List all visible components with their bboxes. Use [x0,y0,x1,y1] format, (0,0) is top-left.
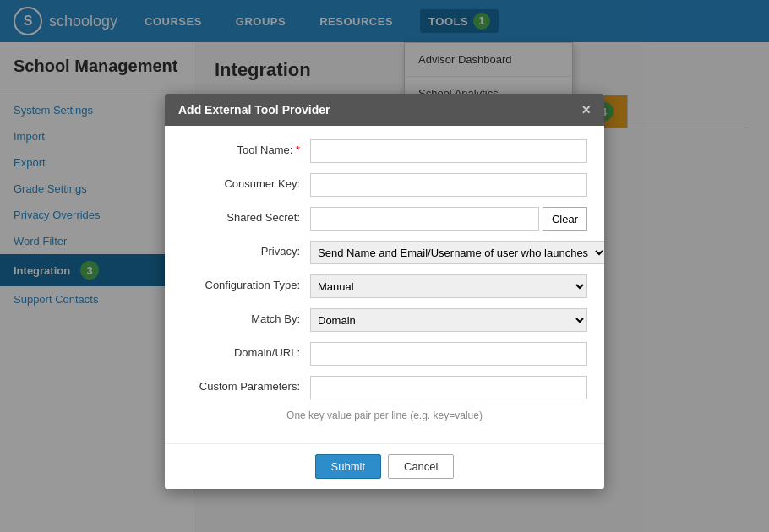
modal-title: Add External Tool Provider [178,103,330,117]
form-row-shared-secret: Shared Secret: Clear [182,207,587,231]
cancel-button[interactable]: Cancel [388,454,454,479]
domain-url-input[interactable] [310,342,587,366]
domain-url-label: Domain/URL: [182,342,300,359]
add-tool-modal: Add External Tool Provider × Tool Name: … [165,94,604,489]
privacy-select[interactable]: Send Name and Email/Username of user who… [310,241,604,264]
hint-text: One key value pair per line (e.g. key=va… [182,410,587,421]
form-row-consumer-key: Consumer Key: [182,173,587,197]
clear-button[interactable]: Clear [543,207,587,231]
match-by-select[interactable]: Domain URL [310,308,587,332]
modal-close-button[interactable]: × [581,102,591,117]
modal-overlay: Add External Tool Provider × Tool Name: … [0,0,769,532]
tool-name-label: Tool Name: * [182,139,300,156]
form-row-config-type: Configuration Type: Manual By URL Paste … [182,274,587,298]
match-by-label: Match By: [182,308,300,325]
config-type-select[interactable]: Manual By URL Paste XML [310,274,587,298]
form-row-domain-url: Domain/URL: [182,342,587,366]
form-row-custom-params: Custom Parameters: [182,376,587,399]
custom-params-label: Custom Parameters: [182,376,300,393]
privacy-group: Send Name and Email/Username of user who… [310,241,604,264]
tool-name-input[interactable] [310,139,587,163]
form-row-privacy: Privacy: Send Name and Email/Username of… [182,241,587,264]
privacy-label: Privacy: [182,241,300,258]
modal-footer: Submit Cancel [165,443,604,489]
modal-body: Tool Name: * Consumer Key: Shared Secret… [165,126,604,443]
consumer-key-label: Consumer Key: [182,173,300,190]
shared-secret-input[interactable] [310,207,539,231]
shared-secret-group: Clear [310,207,587,231]
form-row-match-by: Match By: Domain URL [182,308,587,332]
required-indicator: * [296,144,300,156]
form-row-tool-name: Tool Name: * [182,139,587,163]
submit-button[interactable]: Submit [315,454,381,479]
shared-secret-label: Shared Secret: [182,207,300,224]
custom-params-input[interactable] [310,376,587,399]
consumer-key-input[interactable] [310,173,587,197]
config-type-label: Configuration Type: [182,274,300,291]
modal-header: Add External Tool Provider × [165,94,604,126]
